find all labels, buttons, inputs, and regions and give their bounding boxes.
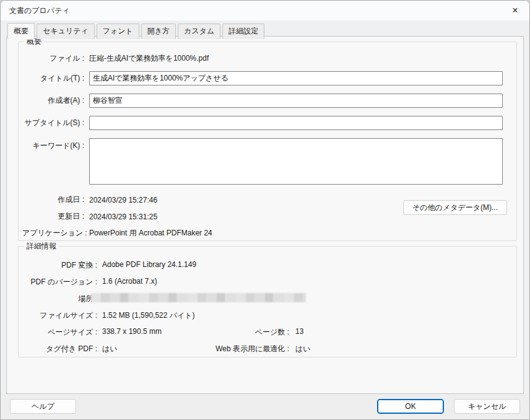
file-label: ファイル :	[22, 53, 84, 64]
title-row: タイトル(T) :	[22, 71, 503, 85]
modified-label: 更新日 :	[22, 211, 84, 222]
close-button[interactable]: ×	[501, 1, 529, 20]
tagged-pdf-value: はい	[102, 344, 118, 354]
pdf-version-value: 1.6 (Acrobat 7.x)	[102, 277, 157, 286]
cancel-button[interactable]: キャンセル	[454, 399, 520, 414]
keywords-label: キーワード(K) :	[22, 141, 84, 151]
tagged-pdf-label: タグ付き PDF :	[22, 344, 97, 354]
web-optimized-value: はい	[295, 344, 311, 354]
location-row: 場所 :	[22, 294, 516, 303]
pdf-version-row: PDF のバージョン : 1.6 (Acrobat 7.x)	[22, 277, 516, 286]
tab-summary[interactable]: 概要	[7, 23, 35, 39]
page-count-value: 13	[295, 327, 303, 336]
author-row: 作成者(A) :	[22, 94, 503, 108]
page-size-label: ページサイズ :	[22, 327, 97, 338]
tagged-pdf-row: タグ付き PDF : はい Web 表示用に最適化 : はい	[22, 344, 516, 353]
file-size-label: ファイルサイズ :	[22, 310, 97, 321]
web-optimized-label: Web 表示用に最適化 :	[133, 344, 289, 354]
location-label: 場所 :	[22, 294, 97, 304]
close-icon: ×	[512, 5, 518, 15]
tab-custom[interactable]: カスタム	[178, 24, 220, 39]
page-count-label: ページ数 :	[133, 327, 289, 338]
tab-initial-view[interactable]: 開き方	[141, 24, 176, 39]
pdf-producer-label: PDF 変換 :	[22, 260, 97, 271]
application-row: アプリケーション : PowerPoint 用 Acrobat PDFMaker…	[22, 229, 503, 238]
tab-advanced[interactable]: 詳細設定	[222, 24, 264, 39]
location-redacted-value	[91, 293, 306, 302]
additional-metadata-button[interactable]: その他のメタデータ(M)...	[403, 200, 507, 215]
dialog-title: 文書のプロパティ	[1, 6, 70, 16]
titlebar: 文書のプロパティ ×	[1, 1, 529, 20]
document-properties-dialog: 文書のプロパティ × 概要 セキュリティ フォント 開き方 カスタム 詳細設定 …	[0, 0, 530, 420]
file-size-value: 1.52 MB (1,590,522 バイト)	[102, 310, 195, 321]
subtitle-row: サブタイトル(S) :	[22, 116, 503, 130]
file-value: 圧縮-生成AIで業務効率を1000%.pdf	[89, 53, 209, 64]
pdf-version-label: PDF のバージョン :	[22, 277, 97, 287]
ok-button[interactable]: OK	[377, 399, 444, 414]
author-label: 作成者(A) :	[22, 95, 84, 106]
title-label: タイトル(T) :	[22, 73, 84, 84]
pdf-producer-value: Adobe PDF Library 24.1.149	[102, 260, 196, 269]
application-value: PowerPoint 用 Acrobat PDFMaker 24	[89, 228, 212, 238]
page-size-row: ページサイズ : 338.7 x 190.5 mm ページ数 : 13	[22, 327, 516, 336]
pdf-producer-row: PDF 変換 : Adobe PDF Library 24.1.149	[22, 260, 516, 269]
created-label: 作成日 :	[22, 195, 84, 205]
help-button[interactable]: ヘルプ	[10, 399, 76, 414]
author-input[interactable]	[89, 94, 503, 108]
application-label: アプリケーション :	[22, 228, 84, 238]
advanced-info-group: 詳細情報 PDF 変換 : Adobe PDF Library 24.1.149…	[18, 241, 517, 357]
subtitle-input[interactable]	[89, 116, 503, 130]
tab-fonts[interactable]: フォント	[97, 24, 139, 39]
modified-value: 2024/03/29 15:31:25	[89, 212, 157, 221]
summary-tab-page: 概要 ファイル : 圧縮-生成AIで業務効率を1000%.pdf タイトル(T)…	[6, 36, 524, 394]
summary-group: 概要 ファイル : 圧縮-生成AIで業務効率を1000%.pdf タイトル(T)…	[18, 37, 517, 241]
tab-strip: 概要 セキュリティ フォント 開き方 カスタム 詳細設定	[7, 24, 529, 39]
keywords-row: キーワード(K) :	[22, 138, 503, 185]
subtitle-label: サブタイトル(S) :	[22, 118, 84, 128]
footer: ヘルプ OK キャンセル	[1, 393, 529, 419]
title-input[interactable]	[89, 71, 503, 85]
tab-security[interactable]: セキュリティ	[37, 24, 95, 39]
file-size-row: ファイルサイズ : 1.52 MB (1,590,522 バイト)	[22, 310, 516, 320]
created-value: 2024/03/29 15:27:46	[89, 196, 157, 204]
file-row: ファイル : 圧縮-生成AIで業務効率を1000%.pdf	[22, 53, 503, 63]
advanced-info-legend: 詳細情報	[24, 241, 59, 252]
keywords-textarea[interactable]	[89, 138, 503, 185]
